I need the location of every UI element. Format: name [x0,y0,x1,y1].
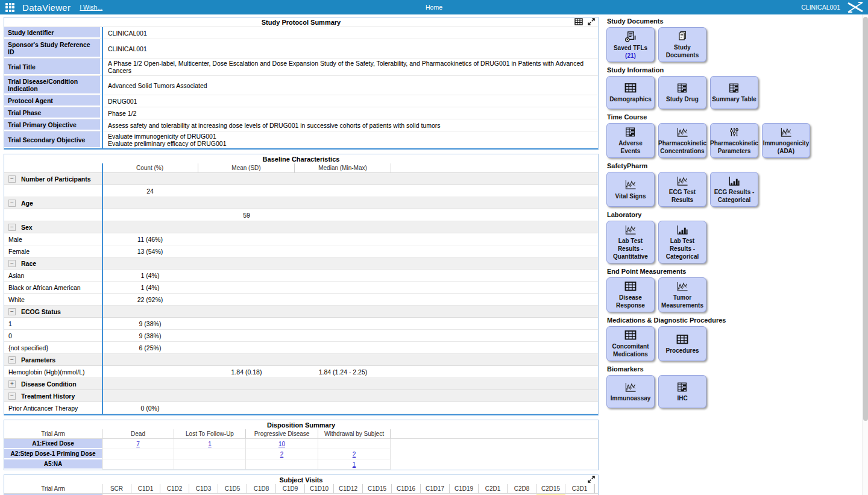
sidebar-tile-row: ImmunoassayIHC [606,375,862,408]
baseline-group-row: −Sex [4,221,598,233]
baseline-count-cell: 0 (0%) [102,402,198,414]
collapse-minus-icon[interactable]: − [8,175,16,183]
baseline-data-row: 19 (38%) [4,318,598,330]
protocol-row: Trial Secondary ObjectiveEvaluate immuno… [4,131,598,148]
column-header: Median (Min-Max) [295,163,391,172]
baseline-data-row: {not specified}6 (25%) [4,342,598,354]
tile-label: Procedures [665,347,699,355]
baseline-count-cell: 6 (25%) [102,342,198,353]
baseline-mean-cell: 59 [198,209,295,221]
data-cell-link[interactable]: 1 [208,441,212,447]
disposition-value-cell [174,459,246,470]
tile-label: ECG Test Results [660,188,705,204]
app-title: DataViewer [22,2,71,13]
sidebar-tile-row: Concomitant MedicationsProcedures [606,326,862,361]
collapse-minus-icon[interactable]: − [8,356,16,364]
collapse-minus-icon[interactable]: − [8,393,16,400]
table-icon[interactable] [574,18,583,25]
grid-icon [624,329,637,341]
frozen-column-divider [102,27,103,148]
column-header: Trial Arm [4,484,102,493]
sidebar-tile-row: Lab Test Results - QuantitativeLab Test … [606,221,862,263]
data-table-icon [676,82,688,94]
baseline-count-cell: 24 [102,185,198,197]
data-cell-link[interactable]: 1 [353,461,356,468]
tile-adverse-events[interactable]: Adverse Events [606,123,655,158]
column-header: Progressive Disease [246,429,318,438]
trial-arm-cell: A5:NA [4,459,102,470]
collapse-minus-icon[interactable]: − [8,308,16,315]
sidebar-tile-row: Disease ResponseTumor Measurements [606,277,862,312]
tile-tumor-measurements[interactable]: Tumor Measurements [658,277,706,312]
tile-study-documents[interactable]: Study Documents [658,27,706,62]
baseline-group-row: −ECOG Status [4,306,598,318]
nav-home-link[interactable]: Home [426,4,442,11]
tile-ecg-test-results[interactable]: ECG Test Results [658,172,706,207]
tile-demographics[interactable]: Demographics [606,76,655,109]
line-chart-icon [676,175,689,187]
tile-vital-signs[interactable]: Vital Signs [606,172,655,207]
tile-immunogenicity-ada[interactable]: Immunogenicity (ADA) [762,123,810,158]
collapse-minus-icon[interactable]: − [8,200,16,207]
bar-chart-icon [676,224,689,236]
baseline-row-label [4,185,102,197]
expand-plus-icon[interactable]: + [8,380,16,388]
protocol-row-value: CLINICAL001 [103,27,598,39]
i-wish-link[interactable]: I Wish... [80,4,102,11]
tile-procedures[interactable]: Procedures [658,326,706,361]
disposition-value-cell [102,449,174,459]
baseline-mean-cell [198,233,295,245]
column-header: SCR [102,484,131,493]
tile-study-drug[interactable]: Study Drug [658,76,706,109]
tile-ecg-results-categorical[interactable]: ECG Results - Categorical [710,172,758,207]
data-cell-link[interactable]: 10 [278,441,285,447]
tile-lab-test-results-categorical[interactable]: Lab Test Results - Categorical [658,221,706,263]
tile-ihc[interactable]: IHC [658,375,706,408]
baseline-mean-cell [198,185,295,197]
tile-label: Immunoassay [611,394,651,402]
column-header: C1D8 [247,484,276,493]
tile-disease-response[interactable]: Disease Response [606,277,655,312]
tile-concomitant-medications[interactable]: Concomitant Medications [606,326,655,361]
collapse-minus-icon[interactable]: − [8,224,16,231]
baseline-group-row: +Disease Condition [4,378,598,390]
sidebar-section-label: Medications & Diagnostic Procedures [607,317,862,324]
data-cell-link[interactable]: 2 [280,451,284,458]
disposition-value-cell [318,439,391,449]
data-cell-link[interactable]: 7 [136,441,140,447]
baseline-group-label: ECOG Status [21,308,61,315]
tile-label: Tumor Measurements [660,294,705,309]
baseline-group-label: Treatment History [21,393,75,400]
bar-chart-icon [728,175,741,187]
tile-pharmacokinetic-parameters[interactable]: Pharmacokinetic Parameters [710,123,758,158]
scrollbar-thumb[interactable] [863,17,868,421]
tile-immunoassay[interactable]: Immunoassay [606,375,655,408]
tile-lab-test-results-quantitative[interactable]: Lab Test Results - Quantitative [606,221,655,263]
apps-grid-icon[interactable] [5,3,14,12]
data-table-icon [624,126,637,138]
expand-icon[interactable] [588,18,595,25]
column-header: C1D15 [363,484,392,493]
tile-pharmacokinetic-concentrations[interactable]: Pharmacokinetic Concentrations [658,123,706,158]
sidebar-section-label: Study Information [607,66,862,74]
baseline-mean-cell [198,270,295,281]
baseline-data-row: Hemoglobin (Hgb)(mmol/L)1.84 (0.18)1.84 … [4,366,598,378]
protocol-row-value: DRUG001 [103,95,598,107]
vertical-scrollbar[interactable] [862,14,868,495]
data-cell-link[interactable]: 2 [353,451,356,458]
protocol-row-label: Trial Secondary Objective [4,131,100,148]
baseline-count-cell [102,209,198,221]
column-header: Dead [102,429,174,438]
baseline-row-label: Female [4,245,102,257]
baseline-row-label [4,209,102,221]
tile-label: IHC [677,394,687,402]
tile-saved-tfls[interactable]: Saved TFLs(21) [606,27,655,62]
baseline-row-label: Asian [4,270,102,281]
collapse-minus-icon[interactable]: − [8,260,16,267]
baseline-mean-cell [198,282,295,293]
tile-label: Lab Test Results - Quantitative [608,237,653,260]
baseline-data-row: White22 (92%) [4,294,598,306]
disposition-value-cell: 10 [246,439,318,449]
expand-icon[interactable] [588,476,595,483]
tile-summary-table[interactable]: Summary Table [710,76,758,109]
